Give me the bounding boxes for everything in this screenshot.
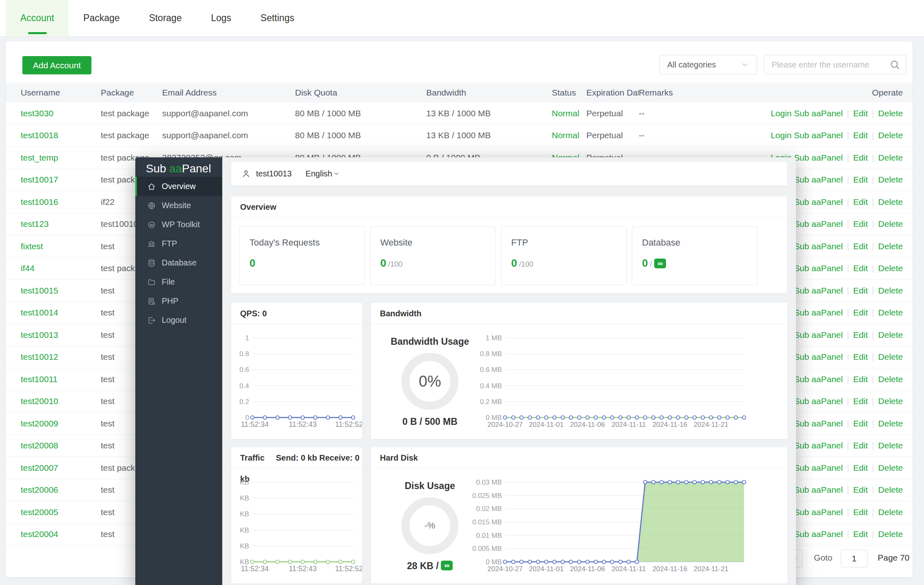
delete-link[interactable]: Delete	[878, 396, 903, 406]
sidebar-item-file[interactable]: File	[135, 272, 222, 291]
username-link[interactable]: test10013	[21, 330, 58, 339]
sidebar-item-label: FTP	[162, 239, 177, 248]
sidebar-item-wp-toolkit[interactable]: WWP Toolkit	[135, 215, 222, 234]
language-select[interactable]: English	[306, 169, 345, 178]
edit-link[interactable]: Edit	[853, 374, 868, 384]
sidebar-item-php[interactable]: PHP	[135, 291, 222, 311]
delete-link[interactable]: Delete	[878, 153, 903, 162]
delete-link[interactable]: Delete	[878, 308, 903, 317]
disk-usage-value: 28 KB /	[407, 561, 439, 572]
username-link[interactable]: test10017	[21, 175, 58, 184]
tab-logs[interactable]: Logs	[196, 0, 246, 36]
username-link[interactable]: test20008	[21, 441, 58, 450]
delete-link[interactable]: Delete	[878, 197, 903, 207]
username-link[interactable]: test20010	[21, 396, 58, 406]
username-link[interactable]: test10015	[21, 286, 58, 295]
sidebar-item-logout[interactable]: Logout	[135, 311, 222, 330]
stat-value: 0/∞	[642, 257, 666, 270]
login-sub-aapanel-link[interactable]: Login Sub aaPanel	[771, 109, 843, 118]
username-link[interactable]: test10016	[21, 197, 58, 207]
delete-link[interactable]: Delete	[878, 463, 903, 472]
edit-link[interactable]: Edit	[853, 197, 868, 207]
operate-separator: |	[847, 330, 849, 339]
username-link[interactable]: test10011	[21, 374, 58, 384]
category-filter-select[interactable]: All categories	[659, 55, 757, 74]
delete-link[interactable]: Delete	[878, 241, 903, 251]
edit-link[interactable]: Edit	[853, 441, 868, 450]
delete-link[interactable]: Delete	[878, 507, 903, 517]
edit-link[interactable]: Edit	[853, 263, 868, 273]
username-link[interactable]: test20004	[21, 529, 58, 539]
delete-link[interactable]: Delete	[878, 219, 903, 228]
username-link[interactable]: if44	[21, 263, 35, 273]
edit-link[interactable]: Edit	[853, 130, 868, 140]
username-link[interactable]: test20006	[21, 485, 58, 494]
search-icon[interactable]	[889, 59, 900, 70]
username-link[interactable]: test10018	[21, 130, 58, 140]
edit-link[interactable]: Edit	[853, 463, 868, 472]
edit-link[interactable]: Edit	[853, 485, 868, 494]
column-header-status: Status	[552, 88, 586, 98]
delete-link[interactable]: Delete	[878, 529, 903, 539]
search-input[interactable]	[764, 55, 906, 74]
edit-link[interactable]: Edit	[853, 241, 868, 251]
edit-link[interactable]: Edit	[853, 352, 868, 361]
tab-storage[interactable]: Storage	[134, 0, 197, 36]
delete-link[interactable]: Delete	[878, 419, 903, 428]
add-account-button[interactable]: Add Account	[22, 56, 91, 74]
username-cell: if44	[21, 263, 101, 273]
column-header-package: Package	[101, 88, 162, 98]
edit-link[interactable]: Edit	[853, 419, 868, 428]
delete-link[interactable]: Delete	[878, 374, 903, 384]
username-cell: test20007	[21, 463, 101, 473]
username-link[interactable]: test10014	[21, 308, 58, 317]
traffic-title: Traffic	[240, 453, 265, 462]
edit-link[interactable]: Edit	[853, 529, 868, 539]
sidebar-item-label: WP Toolkit	[162, 220, 200, 229]
username-link[interactable]: test20007	[21, 463, 58, 472]
edit-link[interactable]: Edit	[853, 308, 868, 317]
username-link[interactable]: test3030	[21, 109, 54, 118]
username-link[interactable]: test_temp	[21, 153, 58, 162]
username-cell: test10015	[21, 286, 101, 296]
operate-separator: |	[872, 130, 874, 140]
ftp-icon	[147, 239, 156, 248]
edit-link[interactable]: Edit	[853, 109, 868, 118]
svg-text:2024-11-01: 2024-11-01	[529, 421, 564, 428]
sidebar-item-database[interactable]: Database	[135, 253, 222, 272]
tab-package[interactable]: Package	[69, 0, 134, 36]
edit-link[interactable]: Edit	[853, 286, 868, 295]
delete-link[interactable]: Delete	[878, 109, 903, 118]
username-link[interactable]: fixtest	[21, 241, 43, 251]
delete-link[interactable]: Delete	[878, 441, 903, 450]
delete-link[interactable]: Delete	[878, 175, 903, 184]
username-link[interactable]: test20005	[21, 507, 58, 517]
edit-link[interactable]: Edit	[853, 175, 868, 184]
delete-link[interactable]: Delete	[878, 286, 903, 295]
edit-link[interactable]: Edit	[853, 396, 868, 406]
edit-link[interactable]: Edit	[853, 507, 868, 517]
goto-page-input[interactable]	[841, 550, 868, 568]
delete-link[interactable]: Delete	[878, 330, 903, 339]
tab-account[interactable]: Account	[6, 0, 69, 36]
sidebar-item-label: File	[162, 277, 175, 287]
edit-link[interactable]: Edit	[853, 219, 868, 228]
edit-link[interactable]: Edit	[853, 330, 868, 339]
username-link[interactable]: test123	[21, 219, 49, 228]
svg-text:0.8 MB: 0.8 MB	[480, 350, 502, 358]
delete-link[interactable]: Delete	[878, 263, 903, 273]
username-link[interactable]: test20009	[21, 419, 58, 428]
sidebar-item-website[interactable]: Website	[135, 196, 222, 215]
username-link[interactable]: test10012	[21, 352, 58, 361]
disk-quota-cell: 80 MB / 1000 MB	[295, 130, 426, 140]
edit-link[interactable]: Edit	[853, 153, 868, 162]
tab-settings[interactable]: Settings	[246, 0, 309, 36]
sidebar-item-overview[interactable]: Overview	[135, 177, 222, 196]
login-sub-aapanel-link[interactable]: Login Sub aaPanel	[771, 130, 843, 140]
sidebar-item-ftp[interactable]: FTP	[135, 234, 222, 253]
delete-link[interactable]: Delete	[878, 485, 903, 494]
svg-text:0.4 MB: 0.4 MB	[480, 382, 502, 390]
current-username[interactable]: test10013	[256, 169, 292, 178]
delete-link[interactable]: Delete	[878, 130, 903, 140]
delete-link[interactable]: Delete	[878, 352, 903, 361]
